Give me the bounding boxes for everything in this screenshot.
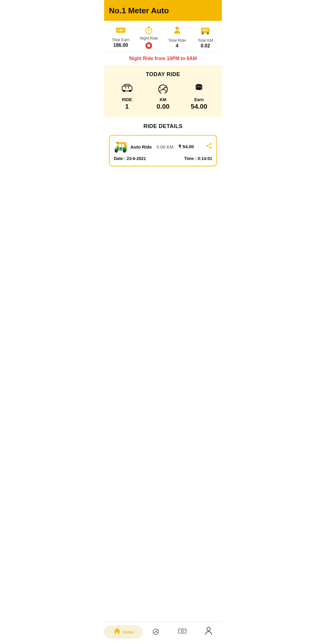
money-icon bbox=[116, 26, 126, 36]
stats-row: Total Earn 186.00 Night Ride bbox=[104, 21, 222, 52]
app-header: No.1 Meter Auto bbox=[104, 0, 222, 21]
nav-home-wrap: Home bbox=[113, 627, 134, 637]
total-km-label: Total KM bbox=[198, 38, 213, 43]
today-stat-ride: RIDE 1 bbox=[109, 83, 145, 111]
night-ride-dot bbox=[145, 42, 152, 49]
ride-card: 🛺 Auto Ride 0.00 KM ₹ 54.00 Date : 23-6-… bbox=[109, 135, 217, 166]
today-ride-stats: RIDE 1 KM 0.00 bbox=[109, 83, 217, 111]
today-ride-section: TODAY RIDE RIDE 1 bbox=[104, 66, 222, 117]
ride-km: 0.00 KM bbox=[157, 144, 174, 149]
night-ride-banner-text: Night Ride from 10PM to 6AM bbox=[129, 56, 197, 61]
today-earn-label: Earn bbox=[194, 97, 204, 102]
today-stat-earn: Earn 54.00 bbox=[181, 83, 217, 111]
svg-point-10 bbox=[175, 27, 179, 30]
svg-point-23 bbox=[162, 88, 164, 90]
svg-rect-3 bbox=[116, 28, 117, 29]
svg-point-33 bbox=[155, 631, 156, 632]
today-stat-km: KM 0.00 bbox=[145, 83, 181, 111]
car-icon bbox=[121, 83, 133, 95]
night-ride-label: Night Ride bbox=[140, 36, 158, 40]
total-ride-label: Total Ride bbox=[168, 38, 186, 43]
stat-total-ride: Total Ride 4 bbox=[163, 26, 191, 49]
today-ride-value: 1 bbox=[125, 103, 129, 111]
app-title: No.1 Meter Auto bbox=[109, 6, 169, 15]
person-icon bbox=[173, 26, 181, 37]
today-km-value: 0.00 bbox=[157, 103, 170, 111]
ride-card-details: Auto Ride 0.00 KM ₹ 54.00 bbox=[130, 144, 194, 149]
today-earn-value: 54.00 bbox=[191, 103, 207, 111]
ride-card-top: 🛺 Auto Ride 0.00 KM ₹ 54.00 bbox=[114, 140, 212, 153]
svg-rect-15 bbox=[204, 28, 205, 31]
ride-date: Date : 23-6-2021 bbox=[114, 156, 146, 161]
nav-profile[interactable] bbox=[196, 627, 222, 637]
svg-point-14 bbox=[207, 33, 209, 34]
svg-point-38 bbox=[207, 627, 210, 631]
svg-rect-4 bbox=[125, 28, 126, 29]
svg-point-2 bbox=[120, 29, 122, 32]
nav-speedometer[interactable] bbox=[143, 627, 169, 637]
ride-details-title: RIDE DETAILS bbox=[109, 123, 217, 130]
night-ride-icon-wrap: Night Ride bbox=[140, 26, 158, 49]
speedometer-nav-icon bbox=[152, 627, 160, 637]
svg-rect-36 bbox=[179, 630, 180, 630]
bottom-nav: Home bbox=[104, 621, 222, 644]
svg-point-17 bbox=[123, 90, 125, 92]
stat-night-ride: Night Ride bbox=[135, 26, 163, 49]
money-nav-icon bbox=[178, 628, 187, 636]
ride-card-left: 🛺 Auto Ride 0.00 KM ₹ 54.00 bbox=[114, 140, 194, 153]
total-km-value: 0.02 bbox=[201, 43, 210, 49]
svg-rect-12 bbox=[202, 28, 209, 31]
svg-point-35 bbox=[181, 630, 183, 632]
total-earn-label: Total Earn bbox=[112, 37, 129, 42]
bus-icon bbox=[200, 26, 210, 37]
svg-point-30 bbox=[196, 87, 202, 90]
nav-money[interactable] bbox=[169, 628, 196, 636]
svg-rect-34 bbox=[178, 629, 186, 633]
ride-card-line1: Auto Ride 0.00 KM ₹ 54.00 bbox=[130, 144, 194, 149]
today-km-label: KM bbox=[160, 97, 166, 102]
ride-type: Auto Ride bbox=[130, 144, 152, 149]
stat-total-earn: Total Earn 186.00 bbox=[107, 26, 135, 48]
total-ride-value: 4 bbox=[176, 43, 178, 49]
ride-details-section: RIDE DETAILS 🛺 Auto Ride 0.00 KM ₹ 54.00 bbox=[104, 117, 222, 397]
share-icon[interactable] bbox=[206, 143, 212, 151]
total-earn-value: 186.00 bbox=[113, 43, 128, 48]
ride-card-bottom: Date : 23-6-2021 Time : 0:14:01 bbox=[114, 156, 212, 161]
home-icon bbox=[113, 627, 121, 637]
coins-icon bbox=[193, 83, 205, 95]
today-ride-title: TODAY RIDE bbox=[109, 71, 217, 78]
today-ride-label: RIDE bbox=[122, 97, 132, 102]
profile-nav-icon bbox=[205, 627, 213, 637]
ride-amount: ₹ 54.00 bbox=[178, 144, 194, 149]
speedometer-icon bbox=[157, 83, 169, 95]
spacer bbox=[104, 397, 222, 622]
nav-home-label: Home bbox=[123, 630, 134, 634]
night-ride-banner: Night Ride from 10PM to 6AM bbox=[104, 52, 222, 66]
svg-point-18 bbox=[129, 90, 131, 92]
ride-time: Time : 0:14:01 bbox=[184, 156, 212, 161]
svg-point-13 bbox=[202, 33, 204, 34]
timer-icon bbox=[145, 26, 153, 36]
stat-total-km: Total KM 0.02 bbox=[191, 26, 220, 49]
svg-rect-37 bbox=[184, 630, 185, 630]
nav-home[interactable]: Home bbox=[104, 625, 143, 639]
auto-rickshaw-icon: 🛺 bbox=[114, 140, 127, 153]
